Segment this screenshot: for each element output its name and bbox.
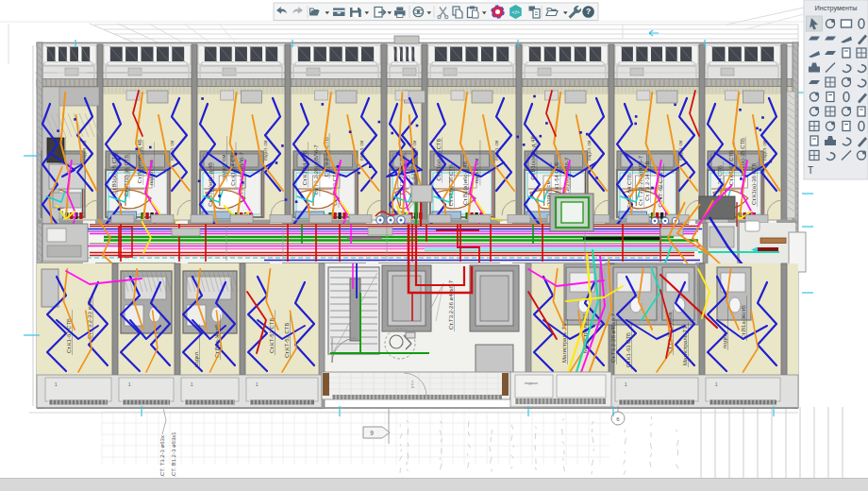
svg-text:9: 9 (370, 430, 374, 436)
svg-text:подкл. см: подкл. см (762, 141, 767, 161)
svg-text:</>: </> (511, 9, 520, 15)
svg-text:Ст.КТ-53 СТБ: Ст.КТ-53 СТБ (269, 318, 275, 353)
svg-text:T: T (808, 165, 813, 176)
svg-text:подкл. см: подкл. см (587, 141, 592, 161)
svg-text:у.о.с.: у.о.с. (409, 380, 414, 388)
svg-text:Гл.СТ. В1.2-3 ø63х1: Гл.СТ. В1.2-3 ø63х1 (171, 432, 176, 483)
svg-text:Инструменты: Инструменты (815, 4, 858, 12)
svg-text:Ст.В1(а)ибс-д 4Б: Ст.В1(а)ибс-д 4Б (137, 139, 142, 183)
svg-text:Ст.К1-63 СТБ: Ст.К1-63 СТБ (66, 318, 72, 353)
svg-text:Ст.К1(а)-3б СТБ: Ст.К1(а)-3б СТБ (751, 163, 757, 205)
svg-text:Ст.КТ-62 СТБ: Ст.КТ-62 СТБ (728, 150, 734, 185)
svg-text:Ст.В1а-ЖстБ: Ст.В1а-ЖстБ (741, 305, 746, 339)
svg-text:Ст.КТ-53 СТБ: Ст.КТ-53 СТБ (284, 323, 290, 358)
svg-text:подкл. см: подкл. см (263, 141, 268, 161)
svg-text:Ст.Т3.2-2б ø40х6,7: Ст.Т3.2-2б ø40х6,7 (448, 279, 454, 330)
svg-text:?: ? (586, 7, 591, 16)
svg-text:Ст.Т3.2-2б ø40х6,7: Ст.Т3.2-2б ø40х6,7 (610, 313, 616, 363)
svg-text:подвал: подвал (525, 381, 538, 385)
svg-text:Гл.СТ. Т3.2-3 ø63х: Гл.СТ. Т3.2-3 ø63х (159, 435, 165, 483)
